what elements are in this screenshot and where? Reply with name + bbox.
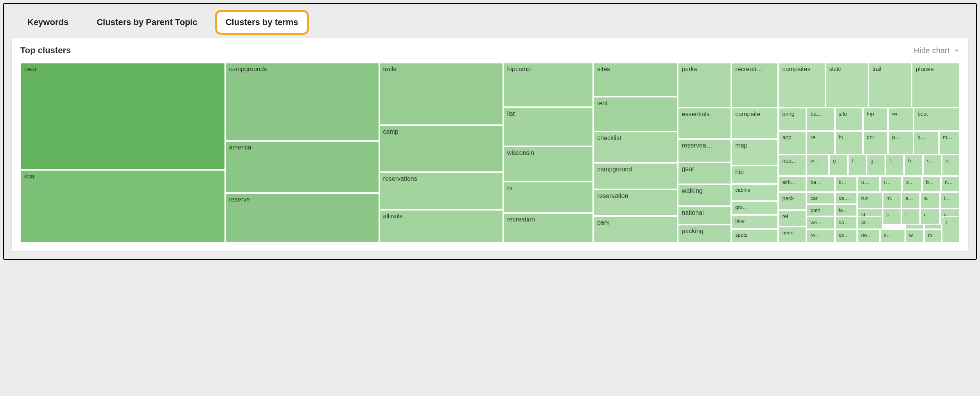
- treemap-cell[interactable]: ba…: [806, 108, 835, 131]
- treemap-cell[interactable]: car: [806, 192, 835, 204]
- treemap-cell[interactable]: essentials: [678, 108, 731, 139]
- treemap-cell[interactable]: i.: [920, 209, 940, 225]
- treemap-cell[interactable]: spots: [731, 229, 778, 243]
- treemap-cell[interactable]: u.: [942, 155, 960, 176]
- treemap-cell[interactable]: hike: [731, 215, 778, 229]
- treemap-cell[interactable]: ca…: [835, 216, 858, 230]
- treemap-cell[interactable]: best: [914, 108, 960, 131]
- treemap-cell[interactable]: near: [20, 63, 225, 170]
- treemap-cell[interactable]: trip: [863, 108, 888, 131]
- treemap-cell[interactable]: america: [225, 141, 379, 193]
- treemap-cell[interactable]: b…: [914, 131, 939, 155]
- treemap-cell[interactable]: r: [942, 216, 960, 243]
- treemap-cell[interactable]: b…: [835, 176, 858, 192]
- treemap-cell[interactable]: w.: [905, 229, 924, 243]
- treemap-cell[interactable]: s…: [902, 176, 922, 192]
- treemap-cell[interactable]: f…: [885, 155, 904, 176]
- treemap-cell[interactable]: ar…: [857, 216, 883, 230]
- treemap-cell[interactable]: nea…: [778, 155, 806, 176]
- treemap-cell[interactable]: campsites: [778, 63, 825, 108]
- treemap-cell[interactable]: g…: [829, 155, 848, 176]
- treemap-cell[interactable]: trails: [379, 63, 503, 125]
- treemap-cell[interactable]: park: [593, 216, 678, 243]
- treemap-cell[interactable]: rei: [778, 210, 806, 226]
- treemap-cell[interactable]: tent: [593, 97, 678, 131]
- treemap-cell[interactable]: alltrails: [379, 210, 503, 243]
- treemap-cell[interactable]: p…: [888, 131, 914, 155]
- treemap-cell[interactable]: e…: [880, 229, 905, 243]
- treemap-cell[interactable]: wisconsin: [503, 146, 594, 182]
- treemap-cell[interactable]: wi: [888, 108, 914, 131]
- treemap-cell[interactable]: l…: [940, 192, 960, 208]
- treemap-cell[interactable]: we…: [806, 216, 835, 230]
- treemap-cell[interactable]: campground: [593, 163, 678, 189]
- treemap-cell[interactable]: trail: [869, 63, 912, 108]
- treemap-cell[interactable]: g…: [867, 155, 885, 176]
- tab-keywords[interactable]: Keywords: [19, 12, 77, 33]
- treemap-cell[interactable]: ca…: [835, 192, 858, 204]
- treemap-cell[interactable]: checklist: [593, 131, 678, 163]
- treemap-cell[interactable]: airb…: [778, 176, 806, 192]
- treemap-cell[interactable]: ka…: [835, 229, 858, 243]
- treemap-cell[interactable]: n…: [941, 176, 960, 192]
- treemap-cell[interactable]: reservea…: [678, 139, 731, 162]
- treemap-cell[interactable]: c.: [883, 209, 901, 225]
- treemap-cell[interactable]: a.: [920, 192, 940, 208]
- treemap-cell[interactable]: camp: [379, 125, 503, 172]
- treemap-cell[interactable]: hipcamp: [503, 63, 594, 107]
- treemap-cell[interactable]: app: [778, 131, 806, 155]
- treemap-cell[interactable]: s…: [923, 155, 942, 176]
- treemap-cell[interactable]: gear: [678, 162, 731, 184]
- hide-chart-button[interactable]: Hide chart: [914, 46, 960, 55]
- treemap-cell[interactable]: h…: [904, 155, 923, 176]
- chevron-up-icon: [953, 47, 960, 54]
- treemap-cell[interactable]: reservation: [593, 189, 678, 216]
- treemap-cell[interactable]: r…: [880, 176, 903, 192]
- treemap-cell[interactable]: b…: [922, 176, 941, 192]
- treemap-cell[interactable]: campgrounds: [225, 63, 379, 141]
- treemap-cell[interactable]: m…: [939, 131, 960, 155]
- treemap-chart[interactable]: nearkoacampgroundsamericareservetrailsca…: [20, 63, 960, 243]
- treemap-cell[interactable]: reserve: [225, 193, 379, 243]
- treemap-cell[interactable]: recreation: [503, 213, 594, 243]
- treemap-cell[interactable]: packing: [678, 225, 731, 243]
- treemap-cell[interactable]: t…: [848, 155, 867, 176]
- treemap-cell[interactable]: m.: [883, 192, 901, 208]
- treemap-cell[interactable]: m.: [924, 229, 942, 243]
- treemap-cell[interactable]: re…: [806, 131, 835, 155]
- treemap-cell[interactable]: re…: [806, 229, 835, 243]
- tab-clusters-parent[interactable]: Clusters by Parent Topic: [88, 12, 206, 33]
- treemap-cell[interactable]: campsite: [731, 108, 778, 139]
- treemap-cell[interactable]: hi…: [835, 131, 863, 155]
- treemap-cell[interactable]: path: [806, 204, 835, 216]
- treemap-cell[interactable]: r.: [901, 209, 920, 225]
- treemap-cell[interactable]: pack: [778, 192, 806, 210]
- treemap-cell[interactable]: w…: [806, 155, 829, 176]
- treemap-cell[interactable]: a…: [901, 192, 920, 208]
- tab-clusters-terms[interactable]: Clusters by terms: [217, 12, 307, 33]
- treemap-cell[interactable]: list: [503, 107, 594, 146]
- treemap-cell[interactable]: koa: [20, 170, 225, 243]
- treemap-cell[interactable]: ba…: [806, 176, 835, 192]
- treemap-cell[interactable]: recreati…: [731, 63, 778, 108]
- treemap-cell[interactable]: fa…: [835, 204, 858, 216]
- treemap-cell[interactable]: u…: [857, 176, 880, 192]
- treemap-cell[interactable]: sites: [593, 63, 678, 97]
- treemap-cell[interactable]: gro…: [731, 201, 778, 215]
- treemap-cell[interactable]: parks: [678, 63, 731, 108]
- treemap-cell[interactable]: need: [778, 227, 806, 243]
- treemap-cell[interactable]: bring: [778, 108, 806, 131]
- treemap-cell[interactable]: map: [731, 139, 778, 166]
- treemap-cell[interactable]: state: [826, 63, 869, 108]
- treemap-cell[interactable]: rv: [503, 182, 594, 213]
- treemap-cell[interactable]: national: [678, 206, 731, 224]
- treemap-cell[interactable]: run: [857, 192, 883, 208]
- treemap-cell[interactable]: walking: [678, 184, 731, 206]
- treemap-cell[interactable]: site: [835, 108, 863, 131]
- treemap-cell[interactable]: reservations: [379, 172, 503, 210]
- treemap-cell[interactable]: places: [912, 63, 960, 108]
- treemap-cell[interactable]: cabins: [731, 184, 778, 201]
- treemap-cell[interactable]: de…: [857, 229, 880, 243]
- treemap-cell[interactable]: hip: [731, 166, 778, 184]
- treemap-cell[interactable]: dnr: [863, 131, 888, 155]
